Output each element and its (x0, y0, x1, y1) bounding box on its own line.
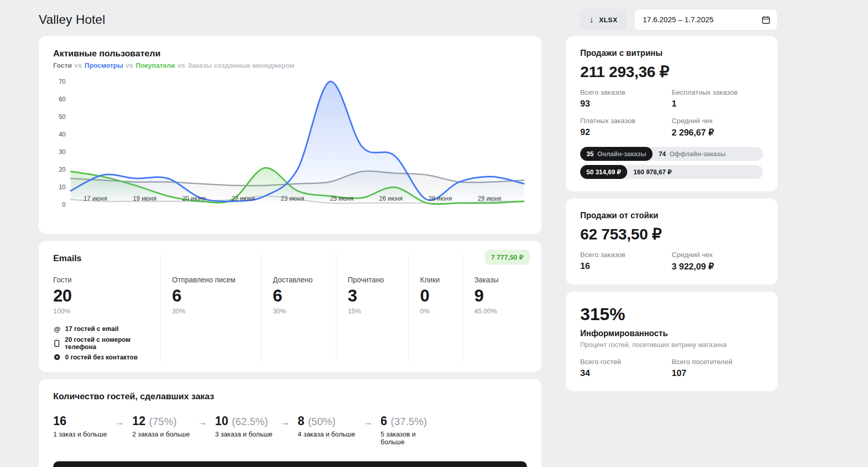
desk-sales-title: Продажи от стойки (580, 211, 763, 220)
guest-orders-title: Количество гостей, сделавших заказ (53, 391, 527, 402)
desk-sales-total: 62 753,50 ₽ (580, 225, 763, 243)
stat-paid-orders: Платных заказов 92 (580, 117, 672, 138)
x-tick-label: 25 июня (330, 195, 354, 202)
guest-orders-card: Количество гостей, сделавших заказ 16 1 … (39, 379, 541, 467)
funnel-step-2: 12(75%) 2 заказа и больше (132, 415, 190, 438)
desk-sales-card: Продажи от стойки 62 753,50 ₽ Всего зака… (566, 199, 778, 284)
stat-free-orders: Бесплатных заказов 1 (672, 88, 763, 109)
stat-total-orders: Всего заказов 93 (580, 88, 672, 109)
storefront-sales-stats: Всего заказов 93 Бесплатных заказов 1 Пл… (580, 88, 763, 138)
download-icon: ↓ (590, 16, 594, 24)
phone-icon (53, 340, 60, 347)
legend-buyers: Покупатели (136, 62, 175, 69)
y-tick-label: 10 (59, 184, 66, 191)
emails-card: 7 777,50 ₽ Emails Гости 20 100% @ 17 гос… (39, 241, 541, 372)
x-tick-label: 20 июня (182, 195, 206, 202)
storefront-sales-card: Продажи с витрины 211 293,36 ₽ Всего зак… (566, 36, 778, 191)
contacts-summary: @ 17 гостей с email 20 гостей с номером … (53, 325, 160, 361)
arrow-right-icon: → (363, 417, 373, 428)
legend-vs: vs (126, 62, 133, 69)
xlsx-export-button[interactable]: ↓ XLSX (580, 9, 627, 31)
legend-manager-orders: Заказы созданные менеджером (188, 62, 295, 69)
stat-avg-check: Средний чек 3 922,09 ₽ (672, 251, 763, 272)
awareness-card: 315% Информированность Процент гостей, п… (566, 292, 778, 391)
emails-revenue-badge: 7 777,50 ₽ (485, 250, 531, 265)
chart-area-views (71, 82, 524, 205)
x-tick-label: 23 июня (281, 195, 304, 202)
storefront-sales-title: Продажи с витрины (580, 49, 763, 58)
y-tick-label: 50 (59, 113, 66, 120)
email-stat-clicks: Клики 0 0% (408, 253, 462, 361)
online-revenue-pill: 50 314,69 ₽ (580, 165, 627, 179)
stat-total-visitors: Всего посетителей 107 (672, 358, 763, 379)
x-tick-label: 22 июня (231, 195, 255, 202)
page-title: Valley Hotel (39, 12, 105, 27)
offline-revenue-segment: 160 978,67 ₽ (627, 168, 678, 176)
chart-legend: Гости vs Просмотры vs Покупатели vs Зака… (53, 62, 527, 69)
online-orders-pill: 35 Онлайн-заказы (580, 147, 653, 161)
arrow-right-icon: → (115, 417, 125, 428)
email-stat-guests: Emails Гости 20 100% @ 17 гостей с email (53, 253, 160, 361)
date-range-picker[interactable]: 17.6.2025 – 1.7.2025 (634, 9, 778, 31)
offline-orders-segment: 74 Оффлайн-заказы (653, 150, 732, 158)
y-tick-label: 60 (59, 96, 66, 103)
x-tick-label: 26 июня (379, 195, 403, 202)
email-stat-delivered: Доставлено 6 30% (261, 253, 336, 361)
email-stat-read: Прочитано 3 15% (336, 253, 408, 361)
x-tick-label: 28 июня (428, 195, 452, 202)
legend-vs: vs (74, 62, 82, 69)
arrow-right-icon: → (280, 417, 290, 428)
emails-title: Emails (53, 253, 160, 276)
active-users-chart[interactable]: 01020304050607017 июня19 июня20 июня22 и… (53, 76, 527, 218)
xlsx-export-label: XLSX (599, 16, 617, 24)
legend-vs: vs (178, 62, 185, 69)
top-controls: ↓ XLSX 17.6.2025 – 1.7.2025 (580, 9, 778, 31)
x-tick-label: 17 июня (84, 195, 107, 202)
stat-total-guests: Всего гостей 34 (580, 358, 672, 379)
side-column: Продажи с витрины 211 293,36 ₽ Всего зак… (566, 36, 778, 391)
funnel-detail-bar (53, 461, 527, 467)
funnel-step-5: 6(37.5%) 5 заказов и больше (381, 415, 427, 446)
x-tick-label: 29 июня (478, 195, 502, 202)
funnel-step-1: 16 1 заказ и больше (53, 415, 107, 438)
contact-row-phone: 20 гостей с номером телефона (53, 336, 160, 351)
contact-row-email: @ 17 гостей с email (53, 325, 160, 333)
email-stat-orders: Заказы 9 45.00% (462, 253, 527, 361)
y-tick-label: 70 (59, 78, 66, 85)
x-tick-label: 19 июня (133, 195, 157, 202)
orders-count-split: 35 Онлайн-заказы 74 Оффлайн-заказы (580, 147, 763, 161)
email-icon: @ (53, 325, 61, 333)
dashboard-page: Valley Hotel ↓ XLSX 17.6.2025 – 1.7.2025 (39, 0, 778, 467)
no-contact-icon (53, 354, 61, 360)
top-bar: Valley Hotel ↓ XLSX 17.6.2025 – 1.7.2025 (39, 0, 778, 36)
stat-avg-check: Средний чек 2 296,67 ₽ (672, 117, 763, 138)
awareness-description: Процент гостей, посетивших витрину магаз… (580, 341, 763, 349)
date-range-text: 17.6.2025 – 1.7.2025 (643, 16, 714, 24)
calendar-icon (762, 16, 770, 24)
y-tick-label: 40 (59, 131, 66, 138)
awareness-value: 315% (580, 305, 763, 323)
active-users-title: Активные пользователи (53, 49, 527, 59)
legend-guests: Гости (53, 62, 72, 69)
arrow-right-icon: → (197, 417, 207, 428)
orders-funnel: 16 1 заказ и больше → 12(75%) 2 заказа и… (53, 415, 527, 446)
main-column: Активные пользователи Гости vs Просмотры… (39, 36, 541, 467)
desk-sales-stats: Всего заказов 16 Средний чек 3 922,09 ₽ (580, 251, 763, 272)
storefront-sales-total: 211 293,36 ₽ (580, 63, 763, 80)
y-tick-label: 30 (59, 148, 66, 156)
y-tick-label: 0 (62, 201, 66, 208)
active-users-card: Активные пользователи Гости vs Просмотры… (39, 36, 541, 234)
emails-stats: Emails Гости 20 100% @ 17 гостей с email (53, 253, 527, 359)
awareness-title: Информированность (580, 329, 763, 338)
contact-row-none: 0 гостей без контактов (53, 354, 160, 361)
awareness-stats: Всего гостей 34 Всего посетителей 107 (580, 358, 763, 379)
funnel-step-4: 8(50%) 4 заказа и больше (298, 415, 355, 438)
orders-revenue-split: 50 314,69 ₽ 160 978,67 ₽ (580, 165, 763, 179)
orders-split-bars: 35 Онлайн-заказы 74 Оффлайн-заказы 50 31… (580, 147, 763, 179)
y-tick-label: 20 (59, 166, 66, 173)
funnel-step-3: 10(62.5%) 3 заказа и больше (215, 415, 272, 438)
legend-views: Просмотры (85, 62, 123, 69)
stat-total-orders: Всего заказов 16 (580, 251, 672, 272)
email-stat-sent: Отправлено писем 6 30% (160, 253, 261, 361)
